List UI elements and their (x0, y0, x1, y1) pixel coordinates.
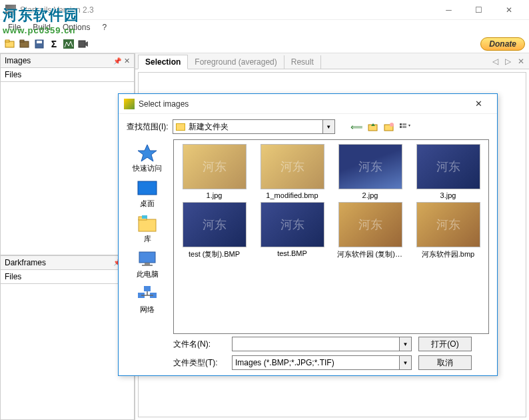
tab-prev-icon[interactable]: ◁ (490, 57, 500, 66)
open-images-icon[interactable] (4, 38, 16, 50)
place-pc[interactable]: 此电脑 (135, 248, 160, 281)
video-icon[interactable] (77, 38, 89, 50)
file-item[interactable]: 河东3.jpg (412, 144, 484, 199)
open-dark-icon[interactable] (19, 38, 31, 50)
chevron-down-icon[interactable]: ▼ (399, 356, 411, 369)
new-folder-icon[interactable] (383, 121, 395, 133)
svg-rect-3 (20, 40, 24, 42)
svg-rect-1 (5, 40, 9, 42)
network-icon (137, 285, 158, 303)
app-icon (5, 5, 16, 15)
images-panel-title: Images (5, 56, 113, 65)
menu-file[interactable]: File (3, 21, 26, 33)
thumbnail: 河东 (261, 202, 324, 247)
thumbnail: 河东 (261, 144, 324, 189)
svg-rect-12 (400, 126, 402, 128)
close-panel-icon[interactable]: ✕ (124, 57, 130, 65)
thumbnail: 河东 (416, 144, 480, 189)
process-icon[interactable] (63, 38, 75, 50)
tab-close-icon[interactable]: ✕ (516, 57, 526, 66)
svg-rect-19 (139, 252, 155, 263)
up-folder-icon[interactable] (367, 121, 379, 133)
pin-icon[interactable]: 📌 (113, 57, 121, 65)
maximize-button[interactable]: ☐ (464, 1, 494, 19)
dialog-title-bar: Select images ✕ (119, 94, 497, 114)
chevron-down-icon[interactable]: ▼ (322, 120, 334, 133)
file-item[interactable]: 河东1.jpg (178, 144, 251, 199)
pc-icon (137, 249, 158, 268)
dialog-title: Select images (139, 99, 465, 109)
svg-rect-24 (144, 286, 151, 291)
tab-foreground[interactable]: Foreground (averaged) (188, 55, 284, 69)
place-quick-access[interactable]: 快速访问 (131, 142, 163, 175)
view-mode-icon[interactable] (399, 121, 411, 133)
file-item[interactable]: 河东test (复制).BMP (178, 202, 251, 259)
open-button[interactable]: 打开(O) (418, 337, 472, 351)
file-label: test.BMP (277, 249, 307, 257)
tab-next-icon[interactable]: ▷ (503, 57, 513, 66)
file-item[interactable]: 河东河东软件园 (复制).bmp (334, 202, 406, 259)
dialog-icon (124, 99, 135, 109)
images-files-header: Files (0, 68, 135, 82)
desktop-icon (137, 179, 158, 197)
darkframes-files-header: Files (0, 270, 135, 284)
images-panel-header: Images 📌 ✕ (0, 53, 135, 68)
window-title: Startrails Version 2.3 (20, 5, 434, 15)
place-network[interactable]: 网络 (135, 283, 159, 316)
library-icon (137, 214, 158, 233)
svg-rect-11 (400, 123, 402, 125)
file-label: test (复制).BMP (189, 249, 240, 259)
darkframes-list[interactable] (0, 284, 135, 421)
sigma-icon[interactable]: Σ (48, 38, 60, 50)
file-item[interactable]: 河东1_modified.bmp (256, 144, 328, 199)
thumbnail: 河东 (338, 202, 402, 247)
file-label: 3.jpg (440, 191, 456, 199)
file-label: 河东软件园.bmp (422, 249, 474, 259)
file-label: 2.jpg (362, 191, 378, 199)
donate-button[interactable]: Donate (480, 37, 525, 51)
filename-label: 文件名(N): (173, 339, 225, 350)
svg-rect-20 (145, 263, 150, 265)
filetype-label: 文件类型(T): (173, 357, 225, 369)
file-browser[interactable]: 河东1.jpg河东1_modified.bmp河东2.jpg河东3.jpg河东t… (173, 139, 489, 334)
folder-combo[interactable]: 新建文件夹 ▼ (173, 119, 335, 134)
thumbnail: 河东 (338, 144, 402, 189)
filename-input[interactable]: ▼ (232, 337, 412, 351)
darkframes-panel-title: Darkframes (5, 258, 113, 267)
tabs-bar: Selection Foreground (averaged) Result ◁… (135, 53, 529, 69)
file-item[interactable]: 河东test.BMP (256, 202, 328, 259)
file-label: 河东软件园 (复制).bmp (337, 249, 404, 259)
dialog-close-button[interactable]: ✕ (465, 95, 492, 113)
minimize-button[interactable]: ─ (434, 1, 464, 19)
svg-rect-15 (138, 181, 157, 195)
save-icon[interactable] (33, 38, 45, 50)
svg-rect-18 (142, 215, 147, 219)
menu-build[interactable]: Build (27, 21, 56, 33)
filetype-value: Images (*.BMP;*.JPG;*.TIF) (235, 358, 334, 367)
cancel-button[interactable]: 取消 (418, 355, 472, 370)
svg-rect-14 (402, 126, 406, 128)
thumbnail: 河东 (183, 202, 247, 247)
place-library[interactable]: 库 (135, 213, 159, 245)
svg-point-10 (390, 123, 394, 127)
lookup-label: 查找范围(I): (127, 121, 169, 133)
tab-result[interactable]: Result (284, 55, 321, 69)
file-item[interactable]: 河东河东软件园.bmp (412, 202, 484, 259)
svg-rect-7 (79, 41, 85, 47)
menu-options[interactable]: Options (57, 21, 95, 33)
file-item[interactable]: 河东2.jpg (334, 144, 406, 199)
chevron-down-icon[interactable]: ▼ (399, 337, 411, 351)
filetype-combo[interactable]: Images (*.BMP;*.JPG;*.TIF) ▼ (232, 355, 412, 370)
svg-rect-21 (142, 265, 153, 266)
back-icon[interactable]: ⟸ (351, 121, 363, 133)
close-button[interactable]: ✕ (494, 1, 524, 19)
tab-selection[interactable]: Selection (138, 55, 188, 69)
thumbnail: 河东 (183, 144, 247, 189)
place-desktop[interactable]: 桌面 (135, 177, 159, 210)
file-label: 1_modified.bmp (266, 191, 318, 199)
menu-bar: File Build Options ? (0, 20, 529, 35)
menu-help[interactable]: ? (97, 21, 112, 33)
svg-rect-13 (402, 123, 406, 125)
images-list[interactable] (0, 82, 135, 255)
title-bar: Startrails Version 2.3 ─ ☐ ✕ (0, 0, 529, 20)
